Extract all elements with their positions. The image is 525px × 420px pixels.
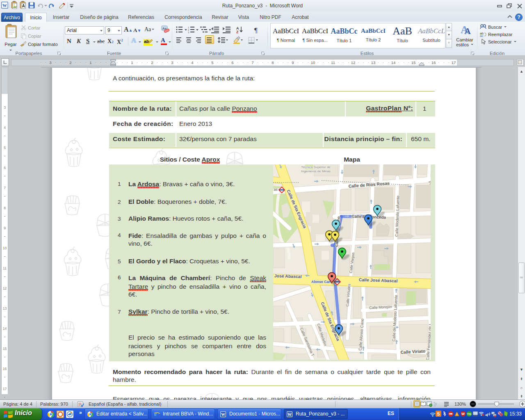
- svg-text:Z: Z: [236, 30, 239, 34]
- svg-text:e: e: [154, 411, 157, 417]
- svg-text:ac: ac: [480, 34, 483, 37]
- svg-text:»: »: [79, 410, 82, 415]
- svg-text:Ingenieros de Minas: Ingenieros de Minas: [301, 169, 331, 173]
- svg-text:Técnica Superior de: Técnica Superior de: [301, 165, 331, 169]
- svg-text:S: S: [437, 411, 440, 416]
- svg-text:?: ?: [517, 14, 520, 20]
- svg-text:Alonso Can: Alonso Can: [311, 280, 331, 284]
- svg-text:W: W: [288, 412, 292, 417]
- svg-text:as: as: [274, 187, 278, 192]
- svg-text:¶: ¶: [254, 26, 258, 34]
- svg-text:W: W: [221, 412, 225, 417]
- svg-text:!: !: [457, 413, 457, 416]
- svg-text:W: W: [461, 412, 465, 416]
- svg-text:José Abascal: José Abascal: [274, 273, 302, 279]
- svg-text:3: 3: [188, 31, 189, 34]
- svg-text:A: A: [464, 26, 471, 36]
- svg-text:TG: TG: [467, 412, 472, 416]
